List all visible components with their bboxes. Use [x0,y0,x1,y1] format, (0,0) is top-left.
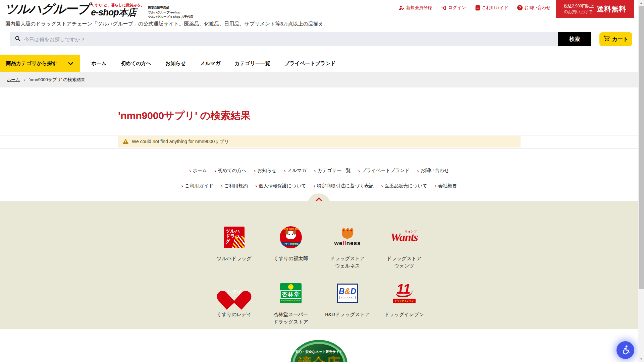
brand-label: B&Dドラッグストア [325,311,370,318]
fukutaro-banner-text: くすりの福太郎 [281,242,301,246]
footer-links-row2: ›ご利用ガイド ›ご利用規約 ›個人情報保護について ›特定商取引法に基づく表記… [0,183,638,189]
footer-link-label: プライベートブランド [362,168,410,174]
header-utility-links: 新規会員登録 ログイン ご利用ガイド ? お問い合わせ [398,5,551,11]
brand-label: 杏林堂スーパー ドラッグストア [273,311,308,326]
nav-item-first-time[interactable]: 初めての方へ [121,60,151,67]
chevron-right-icon: › [314,168,316,174]
login-label: ログイン [448,5,466,11]
footer-link-private-brand[interactable]: ›プライベートブランド [358,168,410,174]
footer-link-label: ご利用ガイド [185,183,213,189]
brand-label: ツルハドラッグ [217,255,252,262]
brand-label: ドラッグストア ウォンツ [387,255,422,270]
scrollbar-thumb[interactable] [639,6,644,289]
footer-link-label: 医薬品販売について [384,183,427,189]
guide-link[interactable]: ご利用ガイド [475,5,508,11]
breadcrumb: ホーム › 'nmn9000サプリ' の検索結果 [0,72,638,87]
kyorindo-logo-subtext: SUPER DRUG STORE [281,300,300,302]
category-menu-button[interactable]: 商品カテゴリから探す [0,55,80,72]
footer-link-contact[interactable]: ›お問い合わせ [417,168,449,174]
cart-button[interactable]: カート [599,32,632,46]
footer-link-company[interactable]: ›会社概要 [435,183,457,189]
footer-link-label: 個人情報保護について [259,183,306,189]
login-link[interactable]: ログイン [441,5,466,11]
footer-link-category-list[interactable]: ›カテゴリー一覧 [314,168,351,174]
brand-drugstore-wellness[interactable]: wellness ドラッグストア ウェルネス [319,222,376,270]
tsuruha-logo-text: ツルハ ドラッグ [225,229,243,244]
footer-links-row1: ›ホーム ›初めての方へ ›お知らせ ›メルマガ ›カテゴリー一覧 ›プライベー… [0,168,638,174]
page-title: 'nmn9000サプリ' の検索結果 [118,109,638,123]
footer-link-guide[interactable]: ›ご利用ガイド [181,183,213,189]
brand-kusuri-no-lady[interactable]: レデイ くすりのレデイ [206,278,263,326]
contact-link[interactable]: ? お問い合わせ [517,5,551,11]
nav-item-home[interactable]: ホーム [91,60,107,67]
brand-drugstore-wants[interactable]: ウォンツ Wants ドラッグストア ウォンツ [376,222,433,270]
wheelchair-icon [621,345,631,356]
main-content: 'nmn9000サプリ' の検索結果 We could not find any… [0,87,638,189]
footer-link-first-time[interactable]: ›初めての方へ [214,168,246,174]
accessibility-button[interactable] [616,341,634,359]
search-bar[interactable] [10,32,558,46]
chevron-right-icon: › [221,183,223,189]
brand-wordmark: ツルハグループ [5,3,89,16]
cart-icon [603,35,610,43]
shipping-condition: 税込2,980円以上 のお買い上げで [564,3,594,14]
cart-label: カート [612,36,629,43]
scrollbar-up-arrow[interactable]: ▲ [638,0,644,6]
wellness-word-part: ll [342,240,346,246]
nav-item-news[interactable]: お知らせ [165,60,186,67]
footer-link-label: お問い合わせ [420,168,449,174]
footer-link-pharma-sales[interactable]: ›医薬品販売について [381,183,427,189]
dog-mascot-icon [286,231,296,239]
chevron-right-icon: › [435,183,436,189]
search-button[interactable]: 検索 [558,32,591,46]
lady-logo-text: レデイ [224,289,245,295]
footer-link-news[interactable]: ›お知らせ [254,168,276,174]
seal-title: 適合店 [298,355,340,362]
footer-link-label: 初めての方へ [218,168,246,174]
brand-tsuruha-drug[interactable]: ツルハ ドラッグ ツルハドラッグ [206,222,263,270]
brand-kusuri-no-fukutaro[interactable]: Smile every day! くすりの福太郎 くすりの福太郎 [263,222,319,270]
main-nav: 商品カテゴリから探す ホーム 初めての方へ お知らせ メルマガ カテゴリー一覧 … [0,55,638,72]
register-link[interactable]: 新規会員登録 [398,5,432,11]
fukutaro-arc-text: Smile every day! [282,228,299,230]
bd-logo-subtext: ドラッグストア [339,296,356,299]
bd-letter: B [339,287,344,296]
footer-link-label: ホーム [193,168,207,174]
guide-book-icon [475,5,480,11]
free-shipping-banner: 税込2,980円以上 のお買い上げで 送料無料 [556,0,634,18]
scrollbar[interactable]: ▲ ▼ [638,0,644,362]
footer-link-label: お知らせ [257,168,276,174]
search-input[interactable] [24,37,558,42]
footer-link-privacy[interactable]: ›個人情報保護について [255,183,306,189]
chevron-right-icon: › [358,168,360,174]
contact-label: お問い合わせ [524,5,551,11]
shop-name: e-shop本店 [91,8,145,17]
brand-slogan: くすり!と、暮らしに微笑みを。 [91,3,145,8]
tsuruha-drug-logo: ツルハ ドラッグ [224,227,245,248]
footer-link-mailmag[interactable]: ›メルマガ [284,168,307,174]
chevron-right-icon: › [181,183,183,189]
kyorindo-logo-text: 杏林堂 [280,290,301,299]
breadcrumb-home-link[interactable]: ホーム [7,77,20,83]
footer-link-commerce-law[interactable]: ›特定商取引法に基づく表記 [314,183,374,189]
chevron-right-icon: › [417,168,419,174]
warning-icon [123,139,128,145]
brand-kyorindo[interactable]: 杏林堂 SUPER DRUG STORE 杏林堂スーパー ドラッグストア [263,278,319,326]
wants-ruby-text: ウォンツ [405,230,417,233]
wellness-word-part: we [334,240,343,246]
footer-link-terms[interactable]: ›ご利用規約 [221,183,248,189]
wellness-word-part: ness [346,240,361,246]
warning-message: We could not find anything for nmn9000サプ… [132,139,229,145]
brand-bd-drugstore[interactable]: B&D ドラッグストア B&Dドラッグストア [319,278,376,326]
scrollbar-down-arrow[interactable]: ▼ [638,356,644,362]
question-icon: ? [517,5,523,10]
footer-link-label: ご利用規約 [224,183,248,189]
nav-item-category-list[interactable]: カテゴリー一覧 [235,60,270,67]
nav-item-private-brand[interactable]: プライベートブランド [284,60,336,67]
brand-drug-eleven[interactable]: 11 ドラッグイレブン ドラッグイレブン [376,278,433,326]
site-logo[interactable]: ツルハグループ くすり!と、暮らしに微笑みを。 e-shop本店 医薬品販売店舗… [5,3,193,19]
footer-link-home[interactable]: ›ホーム [189,168,207,174]
bd-amp: & [344,287,350,296]
certified-shop-seal: 安心・安全なネット販売サイト 適合店 [290,338,348,362]
nav-item-mailmag[interactable]: メルマガ [200,60,220,67]
